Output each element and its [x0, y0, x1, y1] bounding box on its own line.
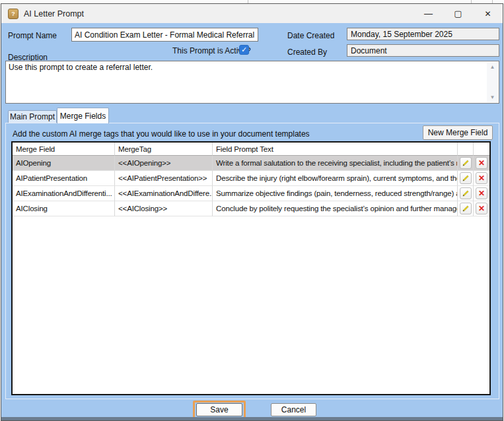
edit-row-button[interactable]	[460, 172, 472, 184]
cell-prompt-text[interactable]: Write a formal salutation to the receivi…	[213, 156, 458, 171]
ai-letter-prompt-dialog: ? AI Letter Prompt — ▢ ✕ Prompt Name Dat…	[1, 3, 503, 421]
window-title: AI Letter Prompt	[24, 9, 84, 18]
desktop-background: ? AI Letter Prompt — ▢ ✕ Prompt Name Dat…	[0, 0, 504, 421]
dialog-body: Prompt Name Date Created Monday, 15 Sept…	[1, 23, 503, 420]
minimize-button[interactable]: —	[414, 4, 443, 23]
description-textarea[interactable]: Use this prompt to create a referral let…	[5, 61, 499, 104]
scroll-down-icon[interactable]: ▼	[487, 92, 498, 102]
created-by-label: Created By	[287, 48, 327, 57]
tab-main-prompt[interactable]: Main Prompt	[8, 110, 57, 123]
cell-merge-field[interactable]: AIClosing	[13, 201, 115, 216]
description-text: Use this prompt to create a referral let…	[9, 63, 484, 72]
minimize-icon: —	[424, 9, 433, 18]
column-header-merge-field[interactable]: Merge Field	[13, 143, 115, 156]
merge-tags-instruction: Add the custom AI merge tags that you wo…	[13, 129, 310, 139]
close-button[interactable]: ✕	[473, 4, 503, 23]
delete-row-button[interactable]: ✕	[476, 203, 487, 214]
tab-main-prompt-label: Main Prompt	[10, 112, 55, 121]
cell-merge-field[interactable]: AIPatientPresentation	[13, 171, 115, 186]
created-by-field: Document	[347, 44, 499, 57]
delete-row-button[interactable]: ✕	[476, 172, 487, 184]
window-controls: — ▢ ✕	[414, 4, 503, 23]
column-header-merge-tag[interactable]: MergeTag	[115, 143, 213, 156]
date-created-label: Date Created	[287, 31, 334, 40]
column-header-delete	[474, 143, 489, 156]
cell-merge-tag[interactable]: <<AIOpening>>	[115, 156, 213, 171]
grid-header-row: Merge Field MergeTag Field Prompt Text	[13, 143, 489, 156]
pencil-icon	[462, 189, 470, 197]
merge-fields-tabpage: Add the custom AI merge tags that you wo…	[5, 123, 499, 399]
save-button[interactable]: Save	[196, 403, 242, 416]
scroll-up-icon[interactable]: ▲	[487, 62, 498, 72]
table-row[interactable]: AIExaminationAndDifferenti... <<AIExamin…	[13, 186, 489, 201]
merge-fields-grid: Merge Field MergeTag Field Prompt Text A…	[11, 141, 491, 395]
pencil-icon	[462, 159, 470, 167]
tab-merge-fields-label: Merge Fields	[60, 112, 106, 121]
cell-prompt-text[interactable]: Conclude by politely requesting the spec…	[213, 201, 458, 216]
edit-row-button[interactable]	[460, 187, 472, 199]
edit-row-button[interactable]	[460, 157, 472, 169]
cell-merge-field[interactable]: AIExaminationAndDifferenti...	[13, 186, 115, 201]
titlebar: ? AI Letter Prompt — ▢ ✕	[1, 4, 503, 23]
table-row[interactable]: AIClosing <<AIClosing>> Conclude by poli…	[13, 201, 489, 216]
maximize-icon: ▢	[454, 9, 462, 18]
cell-prompt-text[interactable]: Summarize objective findings (pain, tend…	[213, 186, 458, 201]
delete-row-button[interactable]: ✕	[476, 187, 487, 199]
tab-merge-fields[interactable]: Merge Fields	[57, 108, 109, 123]
app-icon: ?	[8, 9, 18, 19]
delete-icon: ✕	[478, 189, 485, 197]
cancel-button[interactable]: Cancel	[271, 403, 316, 416]
edit-row-button[interactable]	[460, 203, 472, 214]
maximize-button[interactable]: ▢	[443, 4, 473, 23]
cell-prompt-text[interactable]: Describe the injury (right elbow/forearm…	[213, 171, 458, 186]
cell-merge-field[interactable]: AIOpening	[13, 156, 115, 171]
prompt-name-label: Prompt Name	[8, 31, 57, 40]
cell-merge-tag[interactable]: <<AIClosing>>	[115, 201, 213, 216]
pencil-icon	[462, 205, 470, 212]
cell-merge-tag[interactable]: <<AIExaminationAndDiffere...	[115, 186, 213, 201]
delete-icon: ✕	[478, 159, 485, 167]
delete-row-button[interactable]: ✕	[476, 157, 487, 169]
cell-merge-tag[interactable]: <<AIPatientPresentation>>	[115, 171, 213, 186]
close-icon: ✕	[484, 9, 491, 18]
window-bottom-edge	[1, 417, 503, 420]
table-row[interactable]: AIOpening <<AIOpening>> Write a formal s…	[13, 156, 489, 171]
pencil-icon	[462, 174, 470, 182]
prompt-active-checkbox[interactable]: ✓	[239, 45, 249, 55]
prompt-name-input[interactable]	[71, 28, 258, 42]
description-scrollbar[interactable]: ▲ ▼	[487, 62, 498, 102]
delete-icon: ✕	[478, 205, 485, 212]
column-header-edit	[458, 143, 474, 156]
table-row[interactable]: AIPatientPresentation <<AIPatientPresent…	[13, 171, 489, 186]
column-header-prompt-text[interactable]: Field Prompt Text	[213, 143, 458, 156]
date-created-field: Monday, 15 September 2025	[347, 28, 499, 40]
delete-icon: ✕	[478, 174, 485, 182]
new-merge-field-button[interactable]: New Merge Field	[423, 125, 493, 140]
checkmark-icon: ✓	[241, 46, 247, 53]
save-button-focus-ring: Save	[193, 401, 246, 419]
